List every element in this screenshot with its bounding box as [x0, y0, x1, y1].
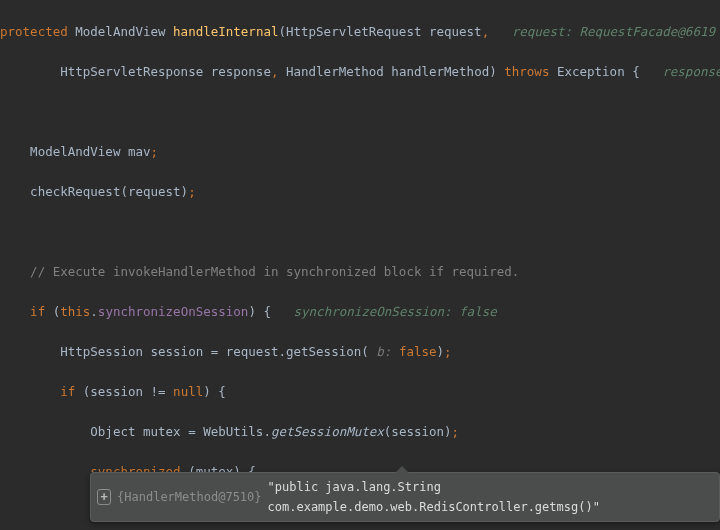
code-line: ModelAndView mav;: [0, 142, 720, 162]
code-line: [0, 222, 720, 242]
code-line: Object mutex = WebUtils.getSessionMutex(…: [0, 422, 720, 442]
debugger-tooltip[interactable]: + {HandlerMethod@7510} "public java.lang…: [90, 472, 720, 522]
code-line: [0, 102, 720, 122]
code-line: if (session != null) {: [0, 382, 720, 402]
comment: // Execute invokeHandlerMethod in synchr…: [0, 264, 519, 279]
param-inlay: b:: [369, 344, 399, 359]
code-editor[interactable]: protected ModelAndView handleInternal(Ht…: [0, 0, 720, 530]
code-line: HttpSession session = request.getSession…: [0, 342, 720, 362]
field-ref: synchronizeOnSession: [98, 304, 249, 319]
expand-icon[interactable]: +: [97, 489, 111, 505]
debug-inlay: response: Respon: [640, 64, 720, 79]
debug-inlay: request: RequestFacade@6619: [489, 24, 715, 39]
code-line: if (this.synchronizeOnSession) { synchro…: [0, 302, 720, 322]
tooltip-object-id: {HandlerMethod@7510}: [117, 487, 262, 507]
code-line: protected ModelAndView handleInternal(Ht…: [0, 22, 720, 42]
keyword-protected: protected: [0, 24, 68, 39]
code-line: checkRequest(request);: [0, 182, 720, 202]
code-line: // Execute invokeHandlerMethod in synchr…: [0, 262, 720, 282]
code-line: HttpServletResponse response, HandlerMet…: [0, 62, 720, 82]
debug-inlay: synchronizeOnSession: false: [271, 304, 497, 319]
method-name: handleInternal: [173, 24, 278, 39]
tooltip-arrow-icon: [395, 466, 409, 473]
tooltip-signature: "public java.lang.String com.example.dem…: [268, 477, 709, 517]
